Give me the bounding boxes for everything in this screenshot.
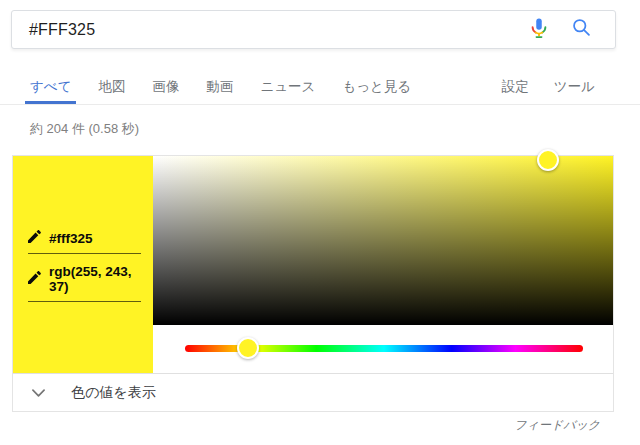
- menu-tools[interactable]: ツール: [554, 69, 595, 104]
- tab-news[interactable]: ニュース: [260, 69, 315, 104]
- rgb-value-field[interactable]: rgb(255, 243, 37): [28, 264, 141, 302]
- edit-pencil-icon: [28, 271, 41, 287]
- hex-value-field[interactable]: #fff325: [28, 230, 141, 254]
- tab-images-label: 画像: [152, 78, 179, 96]
- result-stats: 約 204 件 (0.58 秒): [30, 120, 139, 138]
- menu-settings-label: 設定: [502, 78, 529, 96]
- tab-images[interactable]: 画像: [152, 69, 179, 104]
- search-input[interactable]: #FFF325: [12, 21, 527, 39]
- color-swatch-panel: #fff325 rgb(255, 243, 37): [13, 156, 153, 373]
- active-tab-underline: [25, 101, 76, 104]
- search-box[interactable]: #FFF325: [11, 10, 616, 49]
- google-search-page: #FFF325: [0, 0, 640, 445]
- tab-more[interactable]: もっと見る: [342, 69, 411, 104]
- chevron-down-icon: [31, 386, 45, 400]
- saturation-value-gradient[interactable]: [153, 156, 613, 325]
- voice-search-button[interactable]: [527, 18, 551, 42]
- tab-news-label: ニュース: [260, 78, 315, 96]
- tab-maps[interactable]: 地図: [98, 69, 125, 104]
- feedback-link[interactable]: フィードバック: [514, 417, 600, 434]
- search-submit-button[interactable]: [569, 18, 593, 42]
- tab-maps-label: 地図: [98, 78, 125, 96]
- tab-videos[interactable]: 動画: [206, 69, 233, 104]
- search-icon: [571, 17, 592, 42]
- hue-slider-handle[interactable]: [237, 337, 259, 359]
- rgb-value-text: rgb(255, 243, 37): [49, 264, 141, 294]
- color-picker-card: #fff325 rgb(255, 243, 37): [12, 155, 614, 412]
- edit-pencil-icon: [28, 230, 41, 246]
- hex-value-text: #fff325: [49, 231, 93, 246]
- results-tab-bar: すべて 地図 画像 動画 ニュース もっと見る 設定: [0, 69, 640, 105]
- menu-settings[interactable]: 設定: [502, 69, 529, 104]
- show-color-values-toggle[interactable]: 色の値を表示: [13, 373, 613, 411]
- tab-more-label: もっと見る: [342, 78, 411, 96]
- tab-all-label: すべて: [30, 78, 71, 96]
- toggle-label: 色の値を表示: [71, 384, 156, 402]
- menu-tools-label: ツール: [554, 78, 595, 96]
- color-picker-dot[interactable]: [537, 149, 559, 171]
- hue-slider-area: [153, 325, 613, 373]
- tab-videos-label: 動画: [206, 78, 233, 96]
- microphone-icon: [528, 17, 550, 43]
- tab-all[interactable]: すべて: [30, 69, 71, 104]
